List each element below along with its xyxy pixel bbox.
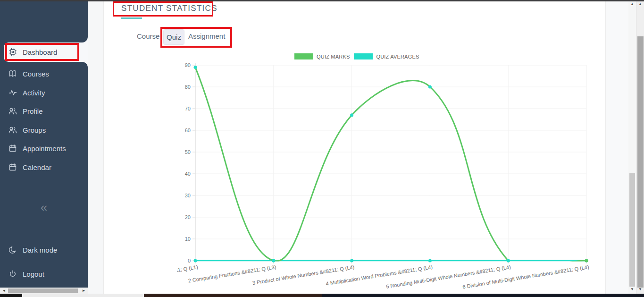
pulse-icon (8, 88, 17, 97)
sidebar-item-calendar[interactable]: Calendar (0, 158, 88, 177)
sidebar-item-courses[interactable]: Courses (0, 64, 88, 83)
people-icon (8, 125, 17, 135)
taskbar-sliver (322, 294, 644, 297)
legend-swatch-quiz-averages[interactable] (354, 53, 373, 59)
active-notch-top (81, 36, 88, 42)
footer-item-label: Logout (23, 270, 44, 278)
sidebar-item-dashboard[interactable]: Dashboard (0, 42, 88, 61)
footer-item-label: Dark mode (23, 246, 57, 254)
page-title: STUDENT STATISTICS (121, 4, 217, 13)
sidebar-item-profile[interactable]: Profile (0, 102, 88, 120)
logout-button[interactable]: Logout (0, 264, 88, 283)
svg-text:90: 90 (185, 62, 191, 68)
scroll-up-icon[interactable]: ▲ (636, 2, 644, 6)
scroll-up-icon[interactable]: ▲ (628, 2, 636, 6)
taskbar-sliver (144, 294, 322, 297)
dark-mode-toggle[interactable]: Dark mode (0, 240, 88, 259)
line-chart: 01020304050607080901 Tens and Ones &#821… (177, 51, 611, 289)
svg-text:20: 20 (185, 214, 191, 220)
tab-assignment[interactable]: Assignment (188, 32, 225, 40)
svg-text:60: 60 (185, 127, 191, 133)
scroll-left-icon[interactable]: ◄ (1, 288, 7, 294)
sidebar-item-label: Calendar (23, 163, 51, 171)
people-icon (8, 106, 17, 116)
chart-legend: QUIZ MARKS QUIZ AVERAGES (294, 53, 419, 59)
svg-text:6 Division of Multi-Digit Whol: 6 Division of Multi-Digit Whole Numbers … (462, 264, 590, 289)
calendar-icon (8, 144, 17, 153)
window-top-edge (0, 0, 644, 1)
sidebar-item-activity[interactable]: Activity (0, 83, 88, 102)
sidebar: Dashboard Courses Activity Profile Group (0, 0, 88, 288)
legend-label-quiz-marks[interactable]: QUIZ MARKS (317, 54, 350, 59)
moon-icon (8, 245, 17, 255)
svg-text:80: 80 (185, 84, 191, 90)
sidebar-item-appointments[interactable]: Appointments (0, 139, 88, 158)
scroll-down-icon[interactable]: ▼ (628, 287, 636, 291)
svg-text:50: 50 (185, 149, 191, 155)
tab-course[interactable]: Course (137, 32, 159, 40)
legend-swatch-quiz-marks[interactable] (294, 53, 313, 59)
svg-text:10: 10 (185, 236, 191, 242)
page-scrollbar-thumb[interactable] (629, 173, 635, 287)
sidebar-item-label: Dashboard (23, 48, 57, 56)
browser-scrollbar-thumb[interactable] (637, 36, 644, 288)
book-icon (8, 69, 17, 78)
sidebar-item-label: Courses (23, 70, 49, 78)
svg-text:0: 0 (188, 258, 191, 263)
sidebar-item-groups[interactable]: Groups (0, 120, 88, 139)
chart-canvas: 01020304050607080901 Tens and Ones &#821… (177, 51, 611, 289)
scroll-down-icon[interactable]: ▼ (636, 287, 644, 291)
svg-text:70: 70 (185, 106, 191, 111)
power-icon (8, 269, 17, 279)
horizontal-scrollbar-thumb[interactable] (8, 289, 78, 293)
svg-text:30: 30 (185, 193, 191, 198)
sidebar-item-label: Activity (23, 89, 45, 97)
sidebar-item-label: Profile (23, 107, 43, 115)
app-window: Dashboard Courses Activity Profile Group (0, 0, 644, 297)
scroll-right-icon[interactable]: ► (81, 288, 87, 294)
sidebar-collapse-button[interactable]: « (0, 200, 88, 216)
sidebar-item-label: Appointments (23, 144, 66, 153)
sidebar-item-label: Groups (23, 126, 46, 134)
chip-icon (8, 47, 17, 57)
title-underline (121, 17, 142, 19)
active-notch-bottom (81, 62, 88, 68)
taskbar-sliver (0, 294, 22, 297)
svg-text:5 Rounding Multi-Digit Whole N: 5 Rounding Multi-Digit Whole Numbers &#8… (385, 264, 511, 289)
content-gutter-left (88, 0, 104, 294)
page-vertical-scrollbar[interactable]: ▲ ▼ (628, 0, 636, 294)
taskbar-sliver (22, 294, 144, 297)
sidebar-horizontal-scrollbar[interactable]: ◄ ► (0, 288, 88, 294)
browser-vertical-scrollbar[interactable]: ▲ ▼ (636, 0, 644, 294)
svg-text:40: 40 (185, 171, 191, 177)
tab-quiz[interactable]: Quiz (163, 29, 184, 45)
calendar-icon (8, 162, 17, 172)
legend-label-quiz-averages[interactable]: QUIZ AVERAGES (376, 54, 419, 59)
